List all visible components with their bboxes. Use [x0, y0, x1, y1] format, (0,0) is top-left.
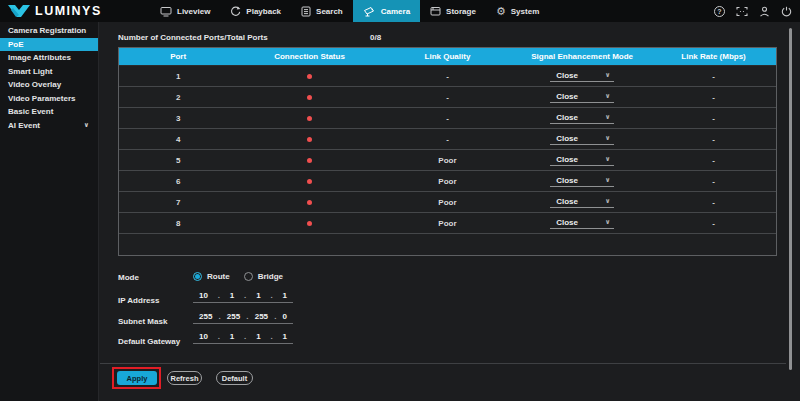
dot-separator: . [274, 312, 276, 321]
footer-divider [100, 363, 786, 364]
subnet-mask-label: Subnet Mask [118, 317, 167, 326]
tab-system[interactable]: ⚙ System [486, 0, 549, 22]
selected-option: Close [556, 134, 578, 143]
sidebar-item-image-attributes[interactable]: Image Attributes [0, 51, 98, 65]
poe-settings-page: LUMINYS Liveview Playback [0, 0, 800, 401]
ports-summary-value: 0/8 [370, 33, 570, 42]
sidebar-item-label: Basic Event [8, 107, 53, 116]
sidebar-item-basic-event[interactable]: Basic Event [0, 105, 98, 119]
octet: 1 [282, 332, 286, 341]
table-row: 3 - Close ∨ - [119, 107, 776, 128]
enhancement-mode-select[interactable]: Close ∨ [550, 112, 614, 124]
mode-radio-group: Route Bridge [193, 272, 283, 281]
sidebar-item-smart-light[interactable]: Smart Light [0, 65, 98, 79]
octet: 1 [282, 291, 286, 300]
chevron-down-icon: ∨ [605, 176, 610, 184]
cell-enhancement-mode: Close ∨ [513, 175, 651, 187]
sidebar-item-poe[interactable]: PoE [0, 38, 98, 52]
subnet-mask-field[interactable]: 255 . 255 . 255 . 0 [193, 311, 293, 324]
brand-logo: LUMINYS [7, 0, 102, 22]
dot-separator: . [244, 332, 246, 341]
sidebar-item-video-overlay[interactable]: Video Overlay [0, 78, 98, 92]
sidebar-item-ai-event[interactable]: AI Event ∨ [0, 119, 98, 133]
status-offline-dot [307, 137, 312, 142]
tab-search[interactable]: Search [291, 0, 353, 22]
vertical-scrollbar[interactable] [789, 28, 792, 370]
tab-liveview[interactable]: Liveview [150, 0, 220, 22]
fullscreen-icon[interactable] [736, 6, 748, 17]
enhancement-mode-select[interactable]: Close ∨ [550, 217, 614, 229]
cell-link-quality: Poor [382, 156, 513, 165]
col-header-connection-status: Connection Status [237, 52, 382, 61]
search-document-icon [301, 6, 311, 17]
cell-connection-status [237, 179, 382, 184]
default-button[interactable]: Default [216, 371, 253, 385]
radio-option-bridge[interactable]: Bridge [244, 272, 283, 281]
cell-connection-status [237, 137, 382, 142]
apply-button[interactable]: Apply [117, 371, 157, 385]
cell-link-rate: - [651, 177, 776, 186]
sidebar-item-video-parameters[interactable]: Video Parameters [0, 92, 98, 106]
enhancement-mode-select[interactable]: Close ∨ [550, 154, 614, 166]
selected-option: Close [556, 218, 578, 227]
enhancement-mode-select[interactable]: Close ∨ [550, 175, 614, 187]
tab-playback[interactable]: Playback [220, 0, 291, 22]
tab-storage[interactable]: Storage [420, 0, 486, 22]
cell-enhancement-mode: Close ∨ [513, 217, 651, 229]
cell-enhancement-mode: Close ∨ [513, 133, 651, 145]
ports-summary: Number of Connected Ports/Total Ports 0/… [118, 33, 268, 42]
cell-link-rate: - [651, 72, 776, 81]
cell-enhancement-mode: Close ∨ [513, 112, 651, 124]
ports-summary-label: Number of Connected Ports/Total Ports [118, 33, 268, 42]
table-row: 4 - Close ∨ - [119, 128, 776, 149]
tab-label: Storage [446, 7, 476, 16]
help-icon[interactable]: ? [714, 6, 725, 17]
cell-connection-status [237, 95, 382, 100]
octet: 10 [199, 291, 208, 300]
selected-option: Close [556, 197, 578, 206]
cell-connection-status [237, 221, 382, 226]
enhancement-mode-select[interactable]: Close ∨ [550, 91, 614, 103]
octet: 1 [256, 332, 260, 341]
selected-option: Close [556, 92, 578, 101]
radio-label: Route [207, 272, 230, 281]
chevron-down-icon: ∨ [605, 197, 610, 205]
poe-ports-table: Port Connection Status Link Quality Sign… [118, 47, 777, 256]
col-header-port: Port [119, 52, 237, 61]
cell-link-quality: Poor [382, 177, 513, 186]
ip-address-label: IP Address [118, 296, 159, 305]
dot-separator: . [218, 291, 220, 300]
chevron-down-icon: ∨ [605, 218, 610, 226]
cell-connection-status [237, 158, 382, 163]
dot-separator: . [270, 332, 272, 341]
cell-link-rate: - [651, 93, 776, 102]
octet: 0 [283, 312, 287, 321]
cell-connection-status [237, 74, 382, 79]
power-icon[interactable] [781, 6, 792, 17]
table-row: 2 - Close ∨ - [119, 86, 776, 107]
dot-separator: . [218, 332, 220, 341]
radio-unselected-icon [244, 272, 253, 281]
main-nav: Liveview Playback Search [150, 0, 538, 22]
chevron-down-icon: ∨ [605, 134, 610, 142]
cell-link-quality: Poor [382, 219, 513, 228]
chevron-down-icon: ∨ [605, 71, 610, 79]
cell-link-quality: Poor [382, 198, 513, 207]
radio-selected-icon [193, 272, 202, 281]
table-row: 6 Poor Close ∨ - [119, 170, 776, 191]
sidebar-item-label: PoE [8, 40, 24, 49]
cell-link-rate: - [651, 135, 776, 144]
user-icon[interactable] [759, 6, 770, 17]
enhancement-mode-select[interactable]: Close ∨ [550, 70, 614, 82]
radio-option-route[interactable]: Route [193, 272, 230, 281]
enhancement-mode-select[interactable]: Close ∨ [550, 196, 614, 208]
default-gateway-field[interactable]: 10 . 1 . 1 . 1 [193, 331, 293, 344]
enhancement-mode-select[interactable]: Close ∨ [550, 133, 614, 145]
tab-label: Liveview [177, 7, 210, 16]
ip-address-field[interactable]: 10 . 1 . 1 . 1 [193, 290, 293, 303]
sidebar-item-camera-registration[interactable]: Camera Registration [0, 24, 98, 38]
octet: 255 [199, 312, 212, 321]
tab-label: System [511, 7, 539, 16]
tab-camera[interactable]: Camera [353, 0, 420, 22]
refresh-button[interactable]: Refresh [167, 371, 202, 385]
